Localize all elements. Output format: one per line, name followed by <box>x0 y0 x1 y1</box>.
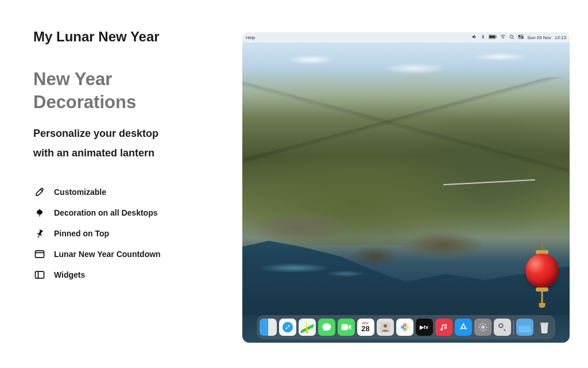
dock-appstore-icon[interactable] <box>455 319 472 336</box>
wallpaper-water <box>254 251 380 285</box>
dock-maps-icon[interactable] <box>299 319 316 336</box>
svg-point-25 <box>401 325 404 329</box>
feature-label: Widgets <box>54 270 85 279</box>
dock-system-preferences-icon[interactable] <box>474 319 492 336</box>
menubar-time[interactable]: 12:13 <box>555 35 566 40</box>
dock-keychain-icon[interactable] <box>494 319 511 336</box>
svg-point-15 <box>519 36 520 37</box>
screenshot-panel: Help <box>242 0 588 368</box>
feature-all-desktops: Decoration on all Desktops <box>33 206 231 219</box>
svg-point-10 <box>503 37 504 38</box>
dock-contacts-icon[interactable] <box>377 319 394 336</box>
svg-rect-2 <box>39 214 40 216</box>
dock-photos-icon[interactable] <box>396 319 413 336</box>
pin-icon <box>33 227 46 240</box>
dock-separator <box>513 320 514 335</box>
subhead-line-2: with an animated lantern <box>33 143 231 163</box>
wallpaper-ridges <box>242 77 570 192</box>
dock-downloads-folder-icon[interactable] <box>516 319 533 336</box>
svg-rect-1 <box>39 209 40 210</box>
menubar-date[interactable]: Sun 28 Nov <box>527 35 551 40</box>
dock-trash-icon[interactable] <box>536 319 553 336</box>
feature-widgets: Widgets <box>33 269 231 281</box>
volume-icon[interactable] <box>471 34 477 41</box>
app-title: My Lunar New Year <box>33 29 231 45</box>
svg-rect-19 <box>341 324 347 331</box>
headline-line-2: Decorations <box>33 91 231 114</box>
svg-point-0 <box>37 210 42 214</box>
marketing-left-panel: My Lunar New Year New Year Decorations P… <box>0 0 242 368</box>
svg-rect-29 <box>540 323 548 324</box>
search-icon[interactable] <box>509 34 514 41</box>
bluetooth-icon[interactable] <box>481 34 485 41</box>
svg-line-12 <box>513 37 514 39</box>
tv-label: ▶tv <box>420 324 428 330</box>
calendar-day: 28 <box>361 325 369 332</box>
battery-icon[interactable] <box>489 34 497 40</box>
menubar-item-help[interactable]: Help <box>246 35 255 40</box>
macos-desktop: Help <box>242 32 570 343</box>
feature-customizable: Customizable <box>33 186 231 198</box>
svg-rect-28 <box>519 325 531 332</box>
dock-safari-icon[interactable] <box>279 319 296 336</box>
feature-label: Lunar New Year Countdown <box>54 250 161 259</box>
feature-countdown: Lunar New Year Countdown <box>33 248 231 260</box>
paintbrush-icon <box>33 186 46 198</box>
subhead-line-1: Personalize your desktop <box>33 124 231 143</box>
lantern-icon <box>33 206 46 219</box>
headline-line-1: New Year <box>33 68 231 91</box>
svg-rect-8 <box>489 36 495 38</box>
wifi-icon[interactable] <box>500 34 506 40</box>
svg-point-26 <box>481 325 485 329</box>
feature-label: Decoration on all Desktops <box>54 208 157 217</box>
feature-label: Customizable <box>54 187 106 197</box>
dock-messages-icon[interactable] <box>318 319 335 336</box>
svg-point-11 <box>510 35 513 38</box>
feature-label: Pinned on Top <box>54 229 109 238</box>
svg-point-16 <box>522 37 523 39</box>
lantern-decoration[interactable] <box>525 243 559 306</box>
svg-point-21 <box>384 324 387 328</box>
dock-music-icon[interactable] <box>435 319 452 336</box>
window-icon <box>33 248 46 260</box>
svg-rect-3 <box>36 251 44 258</box>
headline: New Year Decorations <box>33 68 231 114</box>
dock-finder-icon[interactable] <box>260 319 277 336</box>
menubar[interactable]: Help <box>242 32 570 43</box>
feature-pinned-top: Pinned on Top <box>33 227 231 240</box>
svg-rect-9 <box>496 36 497 38</box>
svg-point-27 <box>499 324 503 328</box>
dock-tv-icon[interactable]: ▶tv <box>416 319 433 336</box>
svg-rect-5 <box>36 271 44 278</box>
feature-list: Customizable Decoration on all Desktops … <box>33 186 231 281</box>
control-center-icon[interactable] <box>518 34 524 40</box>
dock[interactable]: NOV 28 ▶tv <box>257 315 555 339</box>
subheadline: Personalize your desktop with an animate… <box>33 124 231 163</box>
sidebar-icon <box>33 269 46 281</box>
dock-calendar-icon[interactable]: NOV 28 <box>357 319 374 336</box>
dock-facetime-icon[interactable] <box>338 319 355 336</box>
